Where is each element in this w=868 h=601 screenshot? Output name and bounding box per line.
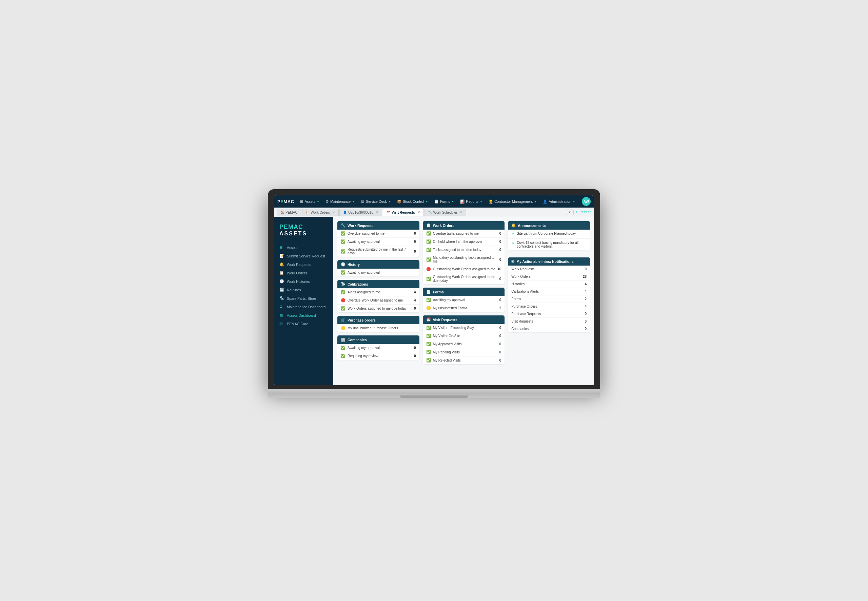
nav-item-reports[interactable]: 📊 Reports ▼ bbox=[457, 197, 485, 206]
refresh-button[interactable]: ↻ Refresh bbox=[576, 210, 591, 214]
inbox-row-histories[interactable]: Histories 4 bbox=[508, 281, 590, 288]
assets-nav-icon: ⊞ bbox=[300, 200, 303, 203]
sidebar-item-assets-dashboard[interactable]: ▦ Assets Dashboard bbox=[274, 311, 333, 319]
admin-nav-icon: 👤 bbox=[543, 200, 547, 204]
nav-servicedesk-label: Service Desk bbox=[366, 200, 387, 203]
order-tab-icon: 👤 bbox=[343, 211, 347, 214]
table-row[interactable]: ✅ Awaiting my approval 0 bbox=[423, 296, 505, 304]
table-row[interactable]: ✅ Mandatory outstanding tasks assigned t… bbox=[423, 254, 505, 265]
visit-requests-card: 📅 Visit Requests ✅ My Visitors Exceeding… bbox=[423, 316, 505, 364]
laptop-wrapper: PEMAC ⊞ Assets ▼ ⚙ Maintenance ▼ 🖥 S bbox=[248, 176, 620, 425]
close-icon-2[interactable]: ✕ bbox=[376, 211, 378, 214]
nav-item-servicedesk[interactable]: 🖥 Service Desk ▼ bbox=[358, 197, 394, 206]
check-green-icon-8: ✅ bbox=[426, 334, 431, 338]
user-avatar[interactable]: AW bbox=[582, 197, 591, 206]
check-green-icon: ✅ bbox=[426, 231, 431, 236]
sidebar-item-maintenance-dashboard[interactable]: ⚙ Maintenance Dashboard bbox=[274, 302, 333, 311]
close-icon[interactable]: ✕ bbox=[332, 211, 335, 214]
inbox-row-purchase-requests[interactable]: Purchase Requests 0 bbox=[508, 310, 590, 318]
nav-item-maintenance[interactable]: ⚙ Maintenance ▼ bbox=[323, 197, 357, 206]
announcements-header: 🔔 Announcements bbox=[508, 221, 590, 230]
top-nav: PEMAC ⊞ Assets ▼ ⚙ Maintenance ▼ 🖥 S bbox=[274, 195, 594, 207]
nav-item-admin[interactable]: 👤 Administration ▼ bbox=[540, 197, 578, 206]
chevron-down-icon: ▼ bbox=[317, 200, 320, 203]
sidebar-item-pemac-care[interactable]: ◎ PEMAC Care bbox=[274, 319, 333, 328]
nav-forms-label: Forms bbox=[440, 200, 450, 203]
check-green-icon-11: ✅ bbox=[426, 358, 431, 363]
close-icon-4[interactable]: ✕ bbox=[460, 211, 463, 214]
table-row[interactable]: ✅ Alerts assigned to me 4 bbox=[337, 288, 419, 296]
table-row[interactable]: ✅ Requiring my review 0 bbox=[337, 352, 419, 360]
table-row[interactable]: ✅ Outstanding Work Orders assigned to me… bbox=[423, 273, 505, 284]
companies-card-header: 🏢 Companies bbox=[337, 336, 419, 344]
contractor-nav-icon: 👷 bbox=[489, 200, 493, 204]
announcement-item: ✦ Site visit from Corporate Planned toda… bbox=[508, 230, 590, 239]
nav-item-assets[interactable]: ⊞ Assets ▼ bbox=[297, 197, 322, 206]
table-row[interactable]: ✅ My Visitors Exceeding Stay 0 bbox=[423, 324, 505, 332]
inbox-row-visit-requests[interactable]: Visit Requests 0 bbox=[508, 318, 590, 325]
sidebar-item-assets[interactable]: ⊞ Assets bbox=[274, 243, 333, 252]
inbox-row-companies[interactable]: Companies 0 bbox=[508, 325, 590, 333]
table-row[interactable]: ✅ My Pending Visits 0 bbox=[423, 348, 505, 357]
table-row[interactable]: ✅ Overdue assigned to me 0 bbox=[337, 230, 419, 238]
warning-orange-icon: 🟡 bbox=[341, 326, 346, 330]
tab-visit-requests[interactable]: 📅 Visit Requests ✕ bbox=[383, 209, 424, 216]
collapse-tabs-button[interactable]: ▼ bbox=[566, 210, 574, 215]
right-column: 🔔 Announcements ✦ Site visit from Corpor… bbox=[508, 221, 590, 364]
sidebar-item-submit-service[interactable]: 📝 Submit Service Request bbox=[274, 252, 333, 260]
inbox-row-purchase-orders[interactable]: Purchase Orders 4 bbox=[508, 303, 590, 310]
table-row[interactable]: ✅ On hold where I am the approver 0 bbox=[423, 238, 505, 246]
history-card: 🕐 History ✅ Awaiting my approval bbox=[337, 260, 419, 276]
nav-item-stock[interactable]: 📦 Stock Control ▼ bbox=[394, 197, 431, 206]
inbox-row-forms[interactable]: Forms 2 bbox=[508, 295, 590, 303]
table-row[interactable]: ✅ My Rejected Visits 0 bbox=[423, 357, 505, 364]
nav-maintenance-label: Maintenance bbox=[330, 200, 350, 203]
calibrations-card-header: 📡 Calibrations bbox=[337, 280, 419, 288]
tab-pemac[interactable]: 🏠 PEMAC bbox=[277, 209, 302, 216]
table-row[interactable]: ✅ Awaiting my approval 0 bbox=[337, 238, 419, 246]
nav-item-contractor[interactable]: 👷 Contractor Management ▼ bbox=[486, 197, 539, 206]
tab-actions: ▼ ↻ Refresh bbox=[566, 210, 591, 215]
workord-si-icon: 📋 bbox=[279, 271, 284, 275]
inbox-row-workorders[interactable]: Work Orders 28 bbox=[508, 273, 590, 281]
sidebar-item-work-requests[interactable]: 🔔 Work Requests bbox=[274, 260, 333, 268]
table-row[interactable]: ✅ Tasks assigned to me due today 0 bbox=[423, 246, 505, 254]
sidebar-item-work-orders[interactable]: 📋 Work Orders bbox=[274, 268, 333, 277]
sidebar-item-routines[interactable]: 🔄 Routines bbox=[274, 285, 333, 294]
scheduler-tab-icon: 🔧 bbox=[428, 211, 432, 214]
chevron-down-icon-2: ▼ bbox=[352, 200, 355, 203]
table-row[interactable]: 🔴 Outstanding Work Orders assigned to me… bbox=[423, 265, 505, 273]
refresh-icon: ↻ bbox=[576, 210, 579, 214]
table-row[interactable]: ✅ My Approved Visits 0 bbox=[423, 340, 505, 348]
inbox-row-workrequests[interactable]: Work Requests 0 bbox=[508, 265, 590, 273]
table-row[interactable]: ✅ Awaiting my approval bbox=[337, 268, 419, 276]
inbox-row-calibrations[interactable]: Calibrations Alerts 4 bbox=[508, 288, 590, 295]
check-circle-icon-4: ✅ bbox=[341, 270, 346, 275]
star-icon-2: ✦ bbox=[511, 241, 515, 246]
assetdash-si-icon: ▦ bbox=[279, 313, 284, 317]
table-row[interactable]: ✅ Overdue tasks assigned to me 0 bbox=[423, 230, 505, 238]
left-column: 🔧 Work Requests ✅ Overdue assigned to me… bbox=[337, 221, 419, 364]
sidebar-item-spare-parts[interactable]: 🔩 Spare Parts: Store bbox=[274, 294, 333, 302]
tab-workorders[interactable]: 📋 Work Orders ✕ bbox=[302, 209, 339, 216]
table-row[interactable]: ✅ Awaiting my approval 0 bbox=[337, 344, 419, 352]
announcements-card: 🔔 Announcements ✦ Site visit from Corpor… bbox=[508, 221, 590, 251]
tab-order-id[interactable]: 👤 U2016/36/00010 ✕ bbox=[340, 209, 382, 216]
sidebar-item-work-histories[interactable]: 🕐 Work Histories bbox=[274, 277, 333, 285]
table-row[interactable]: 🟡 My unsubmitted Purchase Orders 1 bbox=[337, 324, 419, 332]
app-container: PEMAC ⊞ Assets ▼ ⚙ Maintenance ▼ 🖥 S bbox=[274, 195, 594, 385]
nav-item-forms[interactable]: 📋 Forms ▼ bbox=[432, 197, 457, 206]
announcement-item-2: ✦ Covid19 contact tracing mandatory for … bbox=[508, 239, 590, 251]
table-row[interactable]: 🟡 My unsubmitted Forms 2 bbox=[423, 304, 505, 312]
table-row[interactable]: ✅ Requests submitted by me in the last 7… bbox=[337, 246, 419, 257]
table-row[interactable]: 🔴 Overdue Work Order assigned to me 4 bbox=[337, 296, 419, 305]
table-row[interactable]: ✅ Work Orders assigned to me due today 0 bbox=[337, 305, 419, 313]
calibration-icon: 📡 bbox=[341, 282, 346, 286]
table-row[interactable]: ✅ My Visitor On-Site 0 bbox=[423, 332, 505, 340]
close-icon-3[interactable]: ✕ bbox=[417, 211, 420, 214]
history-card-header: 🕐 History bbox=[337, 260, 419, 268]
tab-work-scheduler[interactable]: 🔧 Work Scheduler ✕ bbox=[425, 209, 466, 216]
maintdash-si-icon: ⚙ bbox=[279, 305, 284, 309]
check-circle-icon-6: ✅ bbox=[341, 306, 346, 311]
workreq-si-icon: 🔔 bbox=[279, 262, 284, 267]
